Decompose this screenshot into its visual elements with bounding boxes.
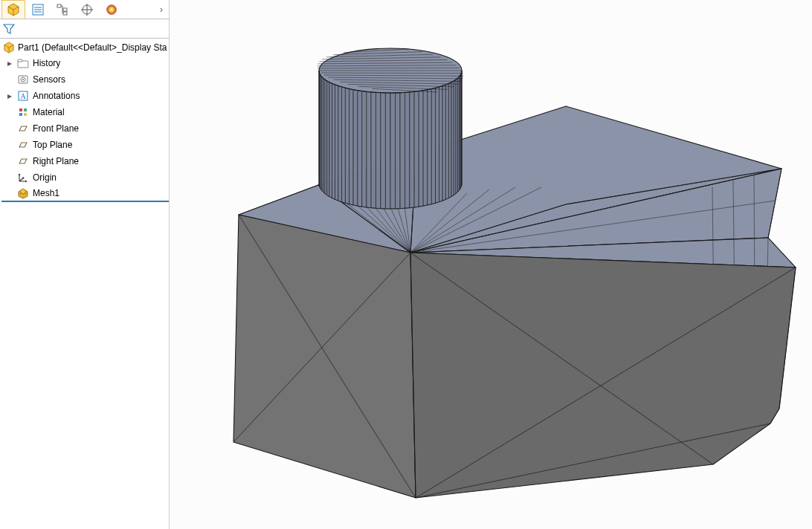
svg-marker-84 bbox=[381, 93, 386, 209]
tree-item-label: Sensors bbox=[33, 74, 65, 85]
svg-marker-83 bbox=[376, 92, 380, 208]
svg-rect-20 bbox=[19, 113, 22, 116]
svg-marker-80 bbox=[362, 91, 367, 208]
svg-marker-99 bbox=[445, 83, 448, 199]
tab-property-manager[interactable] bbox=[26, 0, 50, 19]
svg-marker-95 bbox=[431, 88, 435, 204]
tree-item[interactable]: Right Plane bbox=[1, 153, 169, 169]
tree-item-label: Material bbox=[33, 107, 65, 117]
tree-item[interactable]: ▸AAnnotations bbox=[1, 88, 169, 104]
tree-item-label: Mesh1 bbox=[33, 188, 59, 198]
svg-marker-76 bbox=[345, 88, 349, 204]
chevron-right-icon: › bbox=[160, 4, 163, 15]
svg-marker-77 bbox=[349, 89, 353, 206]
sensor-icon bbox=[16, 74, 30, 85]
tree-item[interactable]: Origin bbox=[1, 169, 169, 186]
tree-root-label: Part1 (Default<<Default>_Display Sta bbox=[18, 42, 167, 53]
target-icon bbox=[80, 3, 94, 16]
svg-marker-87 bbox=[396, 93, 401, 209]
svg-rect-4 bbox=[57, 4, 61, 7]
tree-item[interactable]: ▸History bbox=[1, 55, 169, 71]
funnel-icon[interactable] bbox=[3, 23, 15, 35]
sidebar-tab-bar: › bbox=[0, 0, 169, 19]
svg-rect-18 bbox=[19, 108, 22, 111]
tree-item-label: Annotations bbox=[33, 91, 80, 101]
tab-feature-tree[interactable] bbox=[1, 0, 25, 19]
model-viewport[interactable]: .face { stroke:#1a1a1a; stroke-width:1.1… bbox=[170, 0, 812, 529]
svg-marker-53 bbox=[233, 215, 416, 498]
svg-marker-85 bbox=[385, 93, 390, 209]
tree-item-label: Top Plane bbox=[33, 140, 72, 150]
expand-chevron-icon[interactable]: ▸ bbox=[6, 91, 13, 101]
svg-marker-78 bbox=[353, 90, 358, 207]
tree-filter-row bbox=[0, 19, 169, 39]
plane-icon bbox=[16, 155, 30, 167]
svg-rect-19 bbox=[24, 108, 27, 111]
svg-marker-81 bbox=[367, 91, 371, 207]
svg-marker-92 bbox=[419, 91, 423, 207]
svg-marker-82 bbox=[371, 92, 376, 208]
tab-appearance[interactable] bbox=[100, 0, 123, 19]
svg-marker-96 bbox=[436, 87, 439, 203]
material-icon bbox=[16, 106, 30, 118]
origin-icon bbox=[16, 172, 30, 184]
svg-marker-86 bbox=[390, 93, 396, 209]
plane-icon bbox=[16, 123, 30, 134]
svg-marker-103 bbox=[456, 78, 457, 193]
tab-configuration-manager[interactable] bbox=[51, 0, 74, 19]
svg-marker-72 bbox=[332, 83, 335, 199]
svg-marker-94 bbox=[428, 89, 431, 206]
tree-item[interactable]: Mesh1 bbox=[1, 186, 169, 202]
tree-item-label: History bbox=[33, 58, 60, 68]
tab-dimxpert[interactable] bbox=[75, 0, 99, 19]
svg-text:A: A bbox=[20, 92, 26, 100]
svg-marker-69 bbox=[325, 79, 327, 195]
svg-rect-12 bbox=[18, 59, 22, 62]
tree-root-item[interactable]: Part1 (Default<<Default>_Display Sta bbox=[1, 40, 169, 55]
svg-marker-89 bbox=[405, 92, 410, 208]
svg-marker-71 bbox=[329, 82, 332, 198]
tab-overflow-chevron[interactable]: › bbox=[154, 0, 169, 19]
sphere-icon bbox=[105, 3, 118, 16]
svg-point-15 bbox=[22, 79, 24, 80]
list-icon bbox=[31, 3, 45, 16]
tree-item-label: Origin bbox=[33, 172, 57, 183]
svg-marker-90 bbox=[410, 91, 414, 207]
svg-marker-68 bbox=[323, 78, 325, 193]
svg-marker-91 bbox=[414, 91, 419, 208]
svg-marker-97 bbox=[439, 85, 443, 201]
model-rendering: .face { stroke:#1a1a1a; stroke-width:1.1… bbox=[170, 0, 812, 529]
svg-rect-21 bbox=[24, 113, 27, 116]
svg-marker-79 bbox=[358, 91, 362, 207]
svg-marker-54 bbox=[410, 253, 796, 498]
svg-marker-101 bbox=[451, 81, 454, 197]
cube-icon bbox=[3, 42, 15, 53]
tree-item-label: Right Plane bbox=[33, 156, 79, 166]
svg-marker-98 bbox=[442, 85, 445, 201]
plane-icon bbox=[16, 139, 30, 151]
feature-tree-sidebar: › Part1 (Default<<Default>_Display Sta ▸… bbox=[0, 0, 170, 529]
tree-item[interactable]: Front Plane bbox=[1, 120, 169, 137]
cube-icon bbox=[7, 3, 20, 16]
svg-marker-88 bbox=[400, 92, 405, 208]
annotation-icon: A bbox=[16, 90, 30, 102]
tree-item-label: Front Plane bbox=[33, 123, 79, 134]
svg-marker-74 bbox=[338, 85, 342, 201]
svg-point-10 bbox=[107, 4, 117, 14]
tree-item[interactable]: Material bbox=[1, 104, 169, 120]
svg-rect-6 bbox=[63, 12, 67, 15]
mesh-icon bbox=[16, 187, 30, 199]
svg-marker-75 bbox=[341, 87, 345, 203]
svg-marker-102 bbox=[454, 79, 456, 195]
svg-marker-93 bbox=[423, 90, 428, 207]
svg-rect-5 bbox=[63, 8, 67, 11]
svg-marker-70 bbox=[327, 81, 329, 197]
feature-tree[interactable]: Part1 (Default<<Default>_Display Sta ▸Hi… bbox=[0, 39, 169, 202]
folder-icon bbox=[16, 57, 30, 69]
svg-marker-100 bbox=[448, 82, 451, 198]
tree-icon bbox=[56, 3, 69, 16]
tree-item[interactable]: Top Plane bbox=[1, 137, 169, 153]
svg-marker-73 bbox=[335, 85, 338, 201]
expand-chevron-icon[interactable]: ▸ bbox=[6, 58, 13, 68]
tree-item[interactable]: Sensors bbox=[1, 71, 169, 88]
